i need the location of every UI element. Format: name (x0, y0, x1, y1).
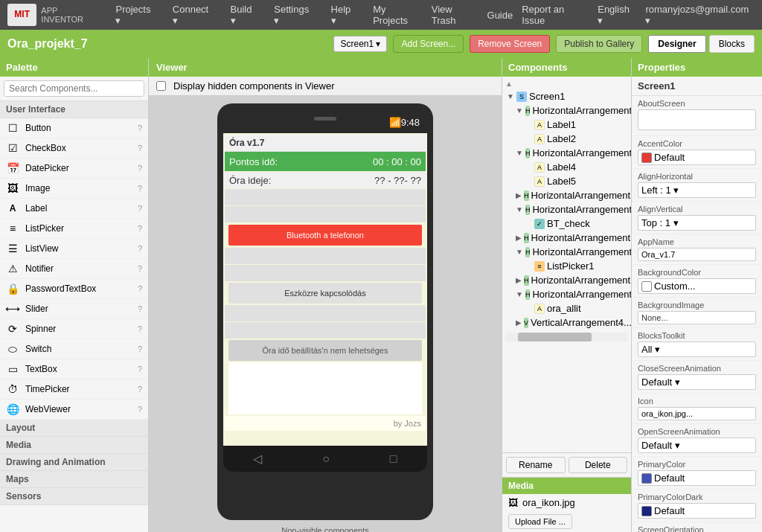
nav-my-projects[interactable]: My Projects (373, 4, 423, 26)
tree-node-label4[interactable]: A Label4 (504, 160, 630, 174)
tree-node-label5[interactable]: A Label5 (504, 174, 630, 188)
tree-scrollbar[interactable] (505, 333, 628, 342)
tree-node-ha8[interactable]: ▼ H HorizontalArrangement... (504, 287, 630, 301)
tree-node-ha4[interactable]: ▼ H HorizontalArrangement... (504, 202, 630, 217)
blocks-button[interactable]: Blocks (709, 35, 755, 53)
tree-node-ha1[interactable]: ▼ H HorizontalArrangement... (504, 103, 630, 118)
nav-settings[interactable]: Settings ▾ (271, 1, 318, 29)
alignhorizontal-dropdown[interactable]: Left : 1 ▾ (638, 182, 756, 198)
palette-item-button[interactable]: ☐ Button ? (0, 118, 148, 138)
palette-item-checkbox[interactable]: ☑ CheckBox ? (0, 138, 148, 158)
primarycolor-swatch (641, 473, 652, 484)
palette-item-passwordtextbox[interactable]: 🔒 PasswordTextBox ? (0, 279, 148, 299)
webviewer-info[interactable]: ? (138, 405, 142, 414)
switch-info[interactable]: ? (138, 344, 142, 353)
rename-button[interactable]: Rename (506, 457, 566, 473)
passwordtextbox-info[interactable]: ? (138, 284, 142, 293)
nav-build[interactable]: Build ▾ (228, 1, 263, 29)
tree-node-oraallit[interactable]: A ora_allit (504, 301, 630, 315)
screen1-button[interactable]: Screen1 ▾ (333, 36, 387, 52)
tree-node-btcheck[interactable]: ✓ BT_check (504, 217, 630, 231)
drawing-section[interactable]: Drawing and Animation (0, 454, 148, 471)
palette-item-slider[interactable]: ⟷ Slider ? (0, 299, 148, 319)
nav-view-trash[interactable]: View Trash (432, 4, 478, 26)
palette-item-label[interactable]: A Label ? (0, 199, 148, 219)
connect-button[interactable]: Eszközre kapcsolódás (228, 283, 422, 304)
bluetooth-button[interactable]: Bluetooth a telefonon (228, 225, 422, 246)
image-info[interactable]: ? (138, 184, 142, 193)
aboutscreen-input[interactable] (638, 109, 756, 130)
nav-projects[interactable]: Projects ▾ (112, 1, 160, 29)
palette-item-timepicker[interactable]: ⏱ TimePicker ? (0, 379, 148, 400)
palette-item-switch[interactable]: ⬭ Switch ? (0, 339, 148, 359)
delete-button[interactable]: Delete (569, 457, 628, 473)
tree-node-ha7[interactable]: ▶ H HorizontalArrangement... (504, 273, 630, 287)
remove-screen-button[interactable]: Remove Screen (470, 35, 550, 53)
maps-section[interactable]: Maps (0, 471, 148, 488)
publish-button[interactable]: Publish to Gallery (556, 35, 642, 53)
spinner-info[interactable]: ? (138, 324, 142, 333)
tree-node-ha3[interactable]: ▶ H HorizontalArrangement... (504, 188, 630, 202)
designer-button[interactable]: Designer (648, 35, 705, 53)
backgroundimage-value[interactable]: None... (638, 311, 756, 324)
slider-info[interactable]: ? (138, 304, 142, 313)
listview-info[interactable]: ? (138, 244, 142, 253)
palette-item-webviewer[interactable]: 🌐 WebViewer ? (0, 400, 148, 420)
blockstoolkit-dropdown[interactable]: All ▾ (638, 342, 756, 357)
hidden-components-checkbox[interactable] (156, 81, 166, 91)
nav-connect[interactable]: Connect ▾ (170, 1, 219, 29)
settings-button[interactable]: Óra idő beállítás'n nem lehetséges (228, 340, 422, 361)
datepicker-info[interactable]: ? (138, 164, 142, 173)
textbox-info[interactable]: ? (138, 365, 142, 374)
nav-report[interactable]: Report an Issue (522, 4, 589, 26)
sensors-section[interactable]: Sensors (0, 488, 148, 505)
nonvisible-area: Non-visible components ⏰ Clock1 ⚡ Blueto… (188, 520, 462, 532)
prop-blockstoolkit: BlocksToolkit All ▾ (632, 328, 762, 361)
tree-node-ha6[interactable]: ▼ H HorizontalArrangement... (504, 245, 630, 259)
search-input[interactable] (4, 80, 144, 97)
accentcolor-dropdown[interactable]: Default (638, 150, 756, 165)
add-screen-button[interactable]: Add Screen... (393, 35, 464, 53)
appname-input[interactable] (638, 248, 756, 261)
openscreenanimation-dropdown[interactable]: Default ▾ (638, 438, 756, 453)
nav-guide[interactable]: Guide (487, 10, 513, 21)
nav-language[interactable]: English ▾ (598, 4, 636, 26)
palette-item-image[interactable]: 🖼 Image ? (0, 179, 148, 199)
notifier-info[interactable]: ? (138, 264, 142, 273)
primarycolor-dropdown[interactable]: Default (638, 470, 756, 486)
palette-item-spinner[interactable]: ⟳ Spinner ? (0, 319, 148, 339)
alignvertical-dropdown[interactable]: Top : 1 ▾ (638, 215, 756, 231)
datepicker-icon: 📅 (6, 161, 19, 175)
palette-item-notifier[interactable]: ⚠ Notifier ? (0, 259, 148, 279)
closescreenanimation-dropdown[interactable]: Default ▾ (638, 374, 756, 390)
palette-item-listpicker[interactable]: ≡ ListPicker ? (0, 219, 148, 239)
media-item-icon-jpg[interactable]: 🖼 ora_ikon.jpg (502, 494, 631, 511)
back-nav-icon[interactable]: ◁ (253, 452, 262, 466)
nav-help[interactable]: Help ▾ (328, 1, 362, 29)
tree-node-ha5[interactable]: ▶ H HorizontalArrangement... (504, 231, 630, 245)
recents-nav-icon[interactable]: □ (390, 452, 397, 466)
tree-node-va4[interactable]: ▶ V VerticalArrangement4... (504, 315, 630, 330)
palette-item-datepicker[interactable]: 📅 DatePicker ? (0, 158, 148, 179)
timepicker-info[interactable]: ? (138, 385, 142, 394)
upload-file-button[interactable]: Upload File ... (508, 514, 572, 529)
home-nav-icon[interactable]: ○ (322, 452, 330, 466)
icon-input[interactable] (638, 407, 756, 420)
checkbox-info[interactable]: ? (138, 144, 142, 153)
media-section[interactable]: Media (0, 437, 148, 454)
tree-node-screen1[interactable]: ▼ S Screen1 (504, 89, 630, 103)
layout-section[interactable]: Layout (0, 420, 148, 437)
listpicker-info[interactable]: ? (138, 224, 142, 233)
backgroundcolor-dropdown[interactable]: Custom... (638, 278, 756, 294)
palette-item-listview[interactable]: ☰ ListView ? (0, 239, 148, 259)
button-info[interactable]: ? (138, 124, 142, 132)
primarycolordark-dropdown[interactable]: Default (638, 503, 756, 519)
label-info[interactable]: ? (138, 204, 142, 213)
tree-node-ha2[interactable]: ▼ H HorizontalArrangement... (504, 146, 630, 160)
nav-user[interactable]: romanyjozs@gmail.com ▾ (645, 4, 755, 26)
tree-node-label2[interactable]: A Label2 (504, 132, 630, 146)
palette-item-textbox[interactable]: ▭ TextBox ? (0, 359, 148, 379)
ha6-label: HorizontalArrangement... (532, 246, 631, 257)
tree-node-label1[interactable]: A Label1 (504, 118, 630, 132)
tree-node-listpicker1[interactable]: ≡ ListPicker1 (504, 259, 630, 273)
